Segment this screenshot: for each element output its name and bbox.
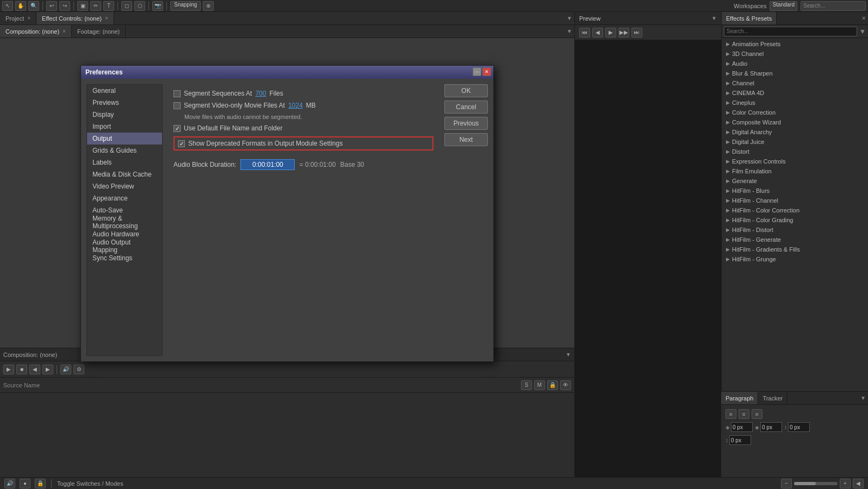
- search-btn[interactable]: Search...: [801, 1, 866, 11]
- preview-skip-start-btn[interactable]: ⏮: [579, 28, 590, 37]
- toolbar-arrow-btn[interactable]: ↖: [2, 1, 13, 11]
- effects-item-hitfilm-generate[interactable]: ▶ HitFilm - Generate: [722, 235, 868, 244]
- align-center-btn[interactable]: ≡: [739, 409, 749, 419]
- preview-play-btn[interactable]: ▶: [605, 28, 616, 37]
- pref-nav-import[interactable]: Import: [87, 121, 162, 133]
- audio-block-input[interactable]: [240, 159, 295, 170]
- effects-item-digital-anarchy[interactable]: ▶ Digital Anarchy: [722, 127, 868, 137]
- preview-skip-end-btn[interactable]: ⏭: [631, 28, 642, 37]
- pref-nav-video-preview[interactable]: Video Preview: [87, 180, 162, 192]
- track-solo-btn[interactable]: S: [521, 380, 532, 390]
- toolbar-hand-btn[interactable]: ✋: [15, 1, 26, 11]
- pref-nav-general[interactable]: General: [87, 85, 162, 97]
- bottom-panel-menu-btn[interactable]: ▼: [860, 395, 866, 401]
- tab-composition[interactable]: Composition: (none) ×: [0, 25, 72, 37]
- toolbar-camera-btn[interactable]: 📷: [152, 1, 163, 11]
- effects-item-animation[interactable]: ▶ Animation Presets: [722, 39, 868, 49]
- align-left-btn[interactable]: ≡: [726, 409, 736, 419]
- timeline-play-btn[interactable]: ▶: [3, 365, 14, 374]
- toolbar-mask-btn[interactable]: ⬡: [134, 1, 145, 11]
- effects-item-blur[interactable]: ▶ Blur & Sharpen: [722, 68, 868, 78]
- segment-sequences-value[interactable]: 700: [255, 90, 266, 97]
- status-icon-3[interactable]: 🔒: [35, 479, 46, 488]
- pref-nav-memory[interactable]: Memory & Multiprocessing: [87, 216, 162, 228]
- effects-item-cineplus[interactable]: ▶ Cineplus: [722, 98, 868, 108]
- effects-item-hitfilm-channel[interactable]: ▶ HitFilm - Channel: [722, 196, 868, 205]
- cancel-button[interactable]: Cancel: [444, 101, 488, 114]
- effects-item-distort[interactable]: ▶ Distort: [722, 147, 868, 156]
- timeline-frame-back-btn[interactable]: ◀: [29, 365, 40, 374]
- segment-video-value[interactable]: 1024: [288, 102, 303, 109]
- zoom-slider[interactable]: [794, 482, 838, 485]
- previous-button[interactable]: Previous: [444, 117, 488, 130]
- track-eye-btn[interactable]: 👁: [560, 380, 571, 390]
- pref-nav-display[interactable]: Display: [87, 109, 162, 121]
- comp-panel-menu-btn[interactable]: ▼: [567, 28, 572, 34]
- effects-item-hitfilm-grunge[interactable]: ▶ HitFilm - Grunge: [722, 254, 868, 264]
- preferences-dialog[interactable]: Preferences — ✕ General: [80, 65, 494, 362]
- indent-right-input[interactable]: [760, 422, 782, 432]
- tab-effect-close[interactable]: ×: [105, 15, 108, 21]
- snapping-button[interactable]: Snapping: [170, 1, 201, 11]
- pref-nav-grids[interactable]: Grids & Guides: [87, 145, 162, 156]
- use-default-checkbox[interactable]: ✓: [173, 125, 181, 132]
- tab-paragraph[interactable]: Paragraph: [721, 392, 758, 404]
- toolbar-redo-btn[interactable]: ↪: [59, 1, 70, 11]
- effects-item-color-correction[interactable]: ▶ Color Correction: [722, 108, 868, 117]
- toolbar-snapping-icon[interactable]: ⊕: [203, 1, 214, 11]
- preview-frame-back-btn[interactable]: ◀: [592, 28, 603, 37]
- pref-nav-sync[interactable]: Sync Settings: [87, 252, 162, 264]
- zoom-out-btn[interactable]: −: [781, 479, 792, 488]
- space-after-input[interactable]: [788, 422, 810, 432]
- panel-menu-btn[interactable]: ▼: [567, 15, 572, 21]
- effects-item-hitfilm-distort[interactable]: ▶ HitFilm - Distort: [722, 225, 868, 235]
- preview-menu-btn[interactable]: ▼: [711, 15, 717, 21]
- indent-left-input[interactable]: [731, 422, 753, 432]
- segment-sequences-checkbox[interactable]: [173, 90, 181, 97]
- segment-video-checkbox[interactable]: [173, 102, 181, 109]
- effects-item-expression[interactable]: ▶ Expression Controls: [722, 156, 868, 166]
- track-lock-btn[interactable]: 🔒: [547, 380, 558, 390]
- timeline-menu-btn[interactable]: ▼: [566, 352, 571, 358]
- effects-item-composite-wizard[interactable]: ▶ Composite Wizard: [722, 117, 868, 127]
- pref-nav-audio-output[interactable]: Audio Output Mapping: [87, 240, 162, 252]
- pref-nav-output[interactable]: Output: [87, 133, 162, 145]
- align-right-btn[interactable]: ≡: [752, 409, 762, 419]
- tab-effects-presets[interactable]: Effects & Presets: [722, 12, 777, 24]
- dialog-close-btn[interactable]: ✕: [482, 67, 491, 76]
- timeline-settings-btn[interactable]: ⚙: [73, 365, 84, 374]
- tab-tracker[interactable]: Tracker: [758, 392, 788, 404]
- timeline-frame-fwd-btn[interactable]: ▶: [42, 365, 53, 374]
- track-mute-btn[interactable]: M: [534, 380, 545, 390]
- tab-footage[interactable]: Footage: (none): [72, 25, 126, 37]
- timeline-stop-btn[interactable]: ■: [16, 365, 27, 374]
- tab-project-close[interactable]: ×: [27, 15, 30, 21]
- tab-effect-controls[interactable]: Effect Controls: (none) ×: [36, 12, 114, 24]
- effects-item-hitfilm-gradients[interactable]: ▶ HitFilm - Gradients & Fills: [722, 244, 868, 254]
- pref-nav-media-disk-cache[interactable]: Media & Disk Cache: [87, 168, 162, 180]
- workspace-select[interactable]: Standard: [770, 1, 797, 11]
- effects-item-hitfilm-blurs[interactable]: ▶ HitFilm - Blurs: [722, 186, 868, 196]
- effects-item-3d-channel[interactable]: ▶ 3D Channel: [722, 49, 868, 59]
- pref-nav-labels[interactable]: Labels: [87, 156, 162, 168]
- effects-item-film-emulation[interactable]: ▶ Film Emulation: [722, 166, 868, 176]
- next-button[interactable]: Next: [444, 133, 488, 146]
- show-deprecated-checkbox[interactable]: ✓: [178, 140, 185, 147]
- preview-frame-fwd-btn[interactable]: ▶▶: [618, 28, 629, 37]
- toolbar-undo-btn[interactable]: ↩: [46, 1, 57, 11]
- zoom-in-btn[interactable]: +: [840, 479, 851, 488]
- effects-item-hitfilm-color-grading[interactable]: ▶ HitFilm - Color Grading: [722, 215, 868, 225]
- tab-project[interactable]: Project ×: [0, 12, 36, 24]
- dialog-minimize-btn[interactable]: —: [473, 67, 481, 76]
- pref-nav-appearance[interactable]: Appearance: [87, 192, 162, 204]
- toolbar-text-btn[interactable]: T: [103, 1, 114, 11]
- ok-button[interactable]: OK: [444, 84, 488, 97]
- effects-item-hitfilm-color-correction[interactable]: ▶ HitFilm - Color Correction: [722, 205, 868, 215]
- toolbar-shape-btn[interactable]: ◻: [121, 1, 132, 11]
- timeline-audio-btn[interactable]: 🔊: [60, 365, 71, 374]
- scroll-left-btn[interactable]: ◀: [853, 479, 864, 488]
- toolbar-select-btn[interactable]: ▣: [77, 1, 88, 11]
- effects-panel-menu-btn[interactable]: ✕: [861, 15, 866, 21]
- tab-composition-close[interactable]: ×: [63, 28, 66, 34]
- effects-item-generate[interactable]: ▶ Generate: [722, 176, 868, 186]
